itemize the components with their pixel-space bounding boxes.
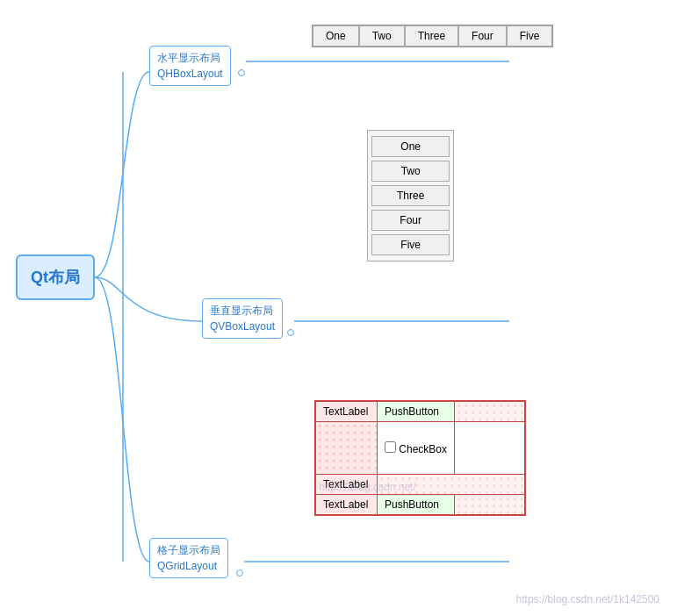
main-node: Qt布局 — [16, 254, 95, 300]
watermark-bottom: https://blog.csdn.net/1k142500 — [516, 593, 659, 605]
vbox-btn-one[interactable]: One — [371, 136, 450, 157]
hbox-btn-four[interactable]: Four — [458, 25, 507, 47]
vbox-btn-four[interactable]: Four — [371, 210, 450, 231]
hbox-btn-one[interactable]: One — [313, 25, 359, 47]
main-node-label: Qt布局 — [31, 267, 80, 288]
vbox-btn-two[interactable]: Two — [371, 161, 450, 182]
grid-cell-0-0: TextLabel — [316, 402, 378, 422]
grid-demo: TextLabel PushButton CheckBox TextLabel — [314, 400, 526, 516]
grid-cell-1-1: CheckBox — [378, 422, 455, 475]
vbox-btn-three[interactable]: Three — [371, 185, 450, 206]
grid-cell-3-2 — [455, 495, 525, 515]
grid-line2: QGridLayout — [157, 558, 220, 574]
grid-connector-dot — [236, 569, 243, 577]
hbox-btn-three[interactable]: Three — [405, 25, 458, 47]
grid-branch-node: 格子显示布局 QGridLayout — [149, 538, 228, 578]
grid-cell-0-2 — [455, 402, 525, 422]
grid-row-3: TextLabel PushButton — [316, 495, 525, 515]
vbox-branch-node: 垂直显示布局 QVBoxLayout — [202, 298, 283, 339]
grid-cell-2-0: TextLabel — [316, 475, 378, 495]
grid-cell-0-1: PushButton — [378, 402, 455, 422]
grid-row-2: TextLabel — [316, 475, 525, 495]
grid-cell-1-2 — [455, 422, 525, 475]
hbox-line1: 水平显示布局 — [157, 50, 223, 66]
hbox-btn-two[interactable]: Two — [359, 25, 405, 47]
hbox-line2: QHBoxLayout — [157, 66, 223, 82]
hbox-btn-five[interactable]: Five — [507, 25, 553, 47]
grid-row-0: TextLabel PushButton — [316, 402, 525, 422]
hbox-connector-dot — [238, 69, 245, 76]
grid-cell-1-0 — [316, 422, 378, 475]
vbox-btn-five[interactable]: Five — [371, 234, 450, 255]
grid-checkbox[interactable] — [385, 441, 396, 453]
grid-cell-3-1: PushButton — [378, 495, 455, 515]
checkbox-label: CheckBox — [385, 443, 447, 455]
vbox-demo: One Two Three Four Five — [367, 130, 454, 261]
vbox-connector-dot — [287, 329, 294, 336]
vbox-line2: QVBoxLayout — [210, 319, 275, 334]
grid-row-1: CheckBox — [316, 422, 525, 475]
vbox-line1: 垂直显示布局 — [210, 303, 275, 319]
hbox-branch-node: 水平显示布局 QHBoxLayout — [149, 46, 231, 86]
hbox-demo: One Two Three Four Five — [312, 25, 553, 47]
grid-line1: 格子显示布局 — [157, 542, 220, 558]
grid-table: TextLabel PushButton CheckBox TextLabel — [315, 401, 525, 515]
grid-cell-3-0: TextLabel — [316, 495, 378, 515]
grid-cell-2-1 — [378, 475, 525, 495]
